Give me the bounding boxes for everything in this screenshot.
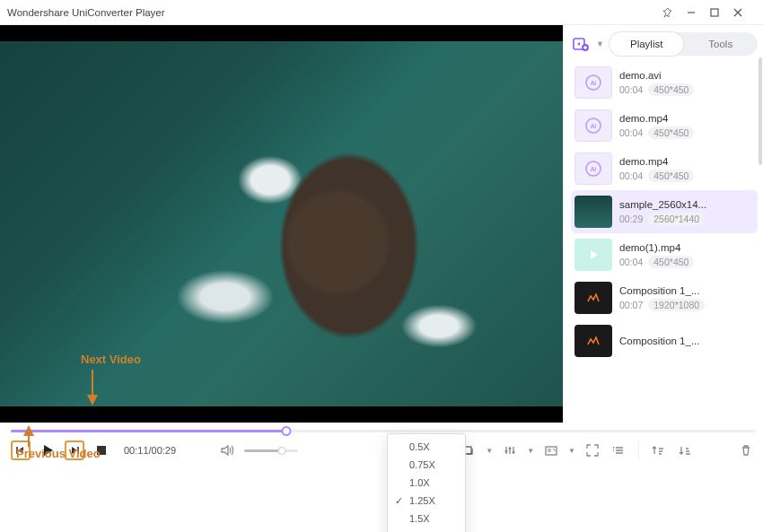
- svg-point-18: [548, 449, 551, 452]
- playlist-item-name: demo.avi: [619, 70, 754, 81]
- playlist-item-duration: 00:04: [619, 170, 643, 181]
- window-title: Wondershare UniConverter Player: [7, 7, 165, 18]
- speed-option[interactable]: 0.5X: [388, 438, 465, 456]
- volume-slider[interactable]: [244, 449, 298, 452]
- playlist-item[interactable]: AIdemo.mp400:04450*450: [571, 104, 758, 147]
- chevron-down-icon[interactable]: ▼: [527, 447, 534, 455]
- playlist-item-duration: 00:04: [619, 257, 643, 267]
- playlist-item-name: demo.mp4: [619, 156, 754, 167]
- playlist-item[interactable]: AIdemo.avi00:04450*450: [571, 61, 758, 104]
- scrollbar[interactable]: [759, 57, 762, 165]
- minimize-icon[interactable]: [686, 7, 709, 18]
- playlist-item-duration: 00:04: [619, 84, 643, 95]
- thumbnail-dark-icon: [574, 325, 612, 357]
- svg-text:AI: AI: [591, 166, 597, 172]
- annotation-next: Next Video: [81, 353, 141, 366]
- svg-text:AI: AI: [591, 123, 597, 129]
- add-media-button[interactable]: [571, 34, 591, 54]
- annotation-arrow-icon: [85, 368, 103, 413]
- sidebar-tabs: Playlist Tools: [610, 32, 758, 56]
- playlist-item-resolution: 1920*1080: [648, 299, 705, 311]
- thumbnail-play-icon: [574, 239, 612, 271]
- snapshot-button[interactable]: [541, 440, 561, 460]
- playlist-item-resolution: 450*450: [648, 83, 694, 96]
- close-icon[interactable]: [732, 7, 756, 18]
- delete-button[interactable]: [736, 440, 756, 460]
- tab-playlist[interactable]: Playlist: [610, 32, 684, 56]
- speed-option[interactable]: 1.0X: [388, 474, 465, 492]
- playlist-item[interactable]: AIdemo.mp400:04450*450: [571, 147, 758, 190]
- title-bar: Wondershare UniConverter Player: [0, 0, 763, 25]
- chevron-down-icon[interactable]: ▼: [596, 39, 604, 48]
- progress-bar[interactable]: [11, 423, 756, 435]
- chevron-down-icon[interactable]: ▼: [486, 447, 493, 455]
- media-controls: 00:11/00:29 1.25x ▼ ▼ ▼ ▼: [0, 423, 763, 466]
- playlist-list: AIdemo.avi00:04450*450AIdemo.mp400:04450…: [571, 61, 758, 417]
- playlist-item-name: demo.mp4: [619, 113, 754, 124]
- volume-icon[interactable]: [217, 440, 237, 460]
- sidebar: ▼ Playlist Tools AIdemo.avi00:04450*450A…: [563, 25, 763, 423]
- thumbnail-ai-icon: AI: [574, 153, 612, 185]
- svg-point-15: [509, 448, 512, 450]
- equalizer-button[interactable]: [500, 440, 520, 460]
- playlist-item[interactable]: Composition 1_...: [571, 319, 758, 362]
- playlist-item[interactable]: demo(1).mp400:04450*450: [571, 233, 758, 276]
- svg-rect-1: [711, 9, 718, 16]
- sort-asc-button[interactable]: [648, 440, 668, 460]
- playlist-item-duration: 00:04: [619, 127, 643, 138]
- playlist-item-resolution: 450*450: [648, 256, 694, 268]
- thumbnail-ai-icon: AI: [574, 109, 612, 142]
- playlist-item[interactable]: Composition 1_...00:071920*1080: [571, 276, 758, 319]
- annotation-arrow-icon: [22, 423, 39, 450]
- playlist-item-duration: 00:07: [619, 300, 643, 310]
- fullscreen-button[interactable]: [583, 440, 602, 460]
- playlist-item-name: Composition 1_...: [619, 285, 754, 296]
- check-icon: ✓: [395, 495, 403, 507]
- chevron-down-icon[interactable]: ▼: [568, 447, 575, 455]
- speed-option[interactable]: 1.5X: [388, 510, 465, 528]
- svg-point-16: [513, 451, 515, 454]
- playlist-item-resolution: 2560*1440: [648, 213, 705, 225]
- playlist-item-resolution: 450*450: [648, 170, 694, 182]
- timecode: 00:11/00:29: [124, 445, 176, 456]
- playlist-item-name: sample_2560x14...: [619, 199, 754, 210]
- speed-option[interactable]: ✓1.25X: [388, 492, 465, 510]
- playlist-item[interactable]: sample_2560x14...00:292560*1440: [571, 190, 758, 233]
- video-frame: [0, 41, 563, 406]
- speed-option[interactable]: 2.0X: [388, 528, 465, 532]
- speed-option[interactable]: 0.75X: [388, 456, 465, 474]
- tab-tools[interactable]: Tools: [683, 32, 758, 56]
- thumbnail-ai-icon: AI: [574, 66, 612, 99]
- playlist-item-resolution: 450*450: [648, 126, 694, 139]
- svg-point-14: [505, 450, 508, 453]
- pin-icon[interactable]: [662, 7, 686, 18]
- playlist-item-duration: 00:29: [619, 214, 643, 224]
- playlist-item-name: demo(1).mp4: [619, 242, 754, 253]
- maximize-icon[interactable]: [709, 7, 732, 18]
- playlist-item-name: Composition 1_...: [619, 336, 754, 346]
- speed-menu: 0.5X0.75X1.0X✓1.25X1.5X2.0X3.0X: [387, 433, 466, 532]
- thumbnail-video-icon: [574, 196, 612, 228]
- playlist-toggle-button[interactable]: [610, 440, 629, 460]
- thumbnail-dark-icon: [574, 282, 612, 314]
- sort-desc-button[interactable]: [675, 440, 695, 460]
- svg-text:AI: AI: [591, 80, 597, 86]
